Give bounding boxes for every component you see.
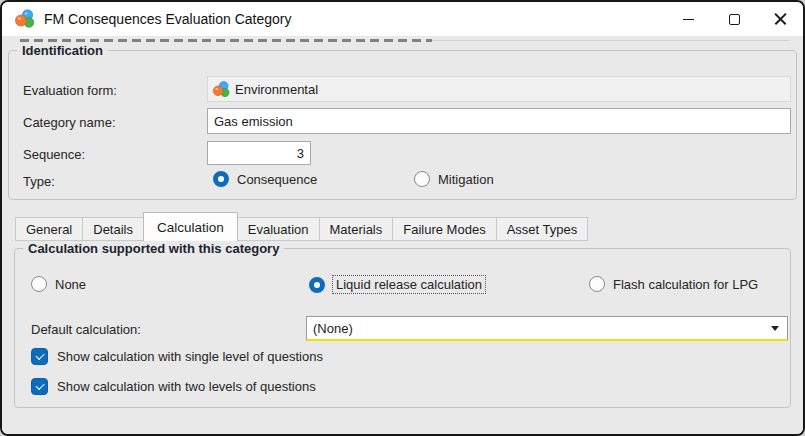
category-name-input[interactable] (207, 108, 791, 134)
type-radio-mitigation[interactable]: Mitigation (414, 171, 494, 187)
category-name-label: Category name: (23, 115, 116, 130)
clipped-header-remnant (2, 38, 803, 44)
evaluation-form-label: Evaluation form: (23, 83, 117, 98)
checkbox-two-levels[interactable]: Show calculation with two levels of ques… (31, 378, 316, 395)
app-icon (14, 8, 36, 30)
sequence-label: Sequence: (23, 147, 85, 162)
identification-groupbox: Identification Evaluation form: Environm… (8, 50, 797, 200)
chevron-down-icon (771, 326, 779, 331)
two-levels-label: Show calculation with two levels of ques… (57, 379, 316, 394)
tabstrip: General Details Calculation Evaluation M… (15, 212, 588, 241)
tab-materials[interactable]: Materials (320, 217, 394, 241)
checked-checkbox-icon (31, 378, 48, 395)
default-calculation-label: Default calculation: (31, 322, 141, 337)
radio-unselected-icon (589, 276, 605, 292)
check-icon (35, 351, 44, 360)
calc-flash-lpg-label: Flash calculation for LPG (613, 277, 758, 292)
tab-failure-modes[interactable]: Failure Modes (393, 217, 496, 241)
single-level-label: Show calculation with single level of qu… (57, 349, 323, 364)
evaluation-form-field: Environmental (207, 76, 791, 102)
calc-liquid-release-label: Liquid release calculation (333, 276, 485, 293)
tab-details[interactable]: Details (83, 217, 144, 241)
type-label: Type: (23, 174, 55, 189)
checkbox-single-level[interactable]: Show calculation with single level of qu… (31, 348, 323, 365)
default-calculation-value: (None) (313, 321, 353, 336)
calculation-group-legend: Calculation supported with this category (23, 241, 284, 256)
close-button[interactable] (757, 2, 803, 36)
close-icon (774, 13, 787, 26)
window-title: FM Consequences Evaluation Category (44, 11, 291, 27)
evaluation-form-value: Environmental (235, 82, 318, 97)
type-radio-consequence[interactable]: Consequence (213, 171, 317, 187)
minimize-button[interactable] (665, 2, 711, 36)
tab-general[interactable]: General (15, 217, 83, 241)
checked-checkbox-icon (31, 348, 48, 365)
window-controls (665, 2, 803, 36)
sequence-input[interactable] (207, 141, 311, 165)
sequence-field (207, 141, 791, 165)
calc-none-label: None (55, 277, 86, 292)
radio-unselected-icon (31, 276, 47, 292)
type-mitigation-label: Mitigation (438, 172, 494, 187)
category-name-field (207, 108, 791, 134)
calc-radio-flash-lpg[interactable]: Flash calculation for LPG (589, 276, 758, 292)
maximize-icon (729, 14, 740, 25)
calc-radio-liquid-release[interactable]: Liquid release calculation (309, 276, 485, 293)
calculation-groupbox: Calculation supported with this category… (14, 248, 791, 408)
default-calculation-combobox[interactable]: (None) (306, 316, 788, 341)
dialog-body: Identification Evaluation form: Environm… (2, 36, 803, 434)
maximize-button[interactable] (711, 2, 757, 36)
radio-selected-icon (309, 277, 325, 293)
type-consequence-label: Consequence (237, 172, 317, 187)
titlebar: FM Consequences Evaluation Category (2, 2, 803, 36)
check-icon (35, 381, 44, 390)
tab-evaluation[interactable]: Evaluation (238, 217, 320, 241)
radio-unselected-icon (414, 171, 430, 187)
identification-legend: Identification (17, 43, 108, 58)
tab-asset-types[interactable]: Asset Types (497, 217, 589, 241)
minimize-icon (683, 19, 694, 20)
radio-selected-icon (213, 171, 229, 187)
dialog-window: FM Consequences Evaluation Category Iden… (0, 0, 805, 436)
tab-calculation[interactable]: Calculation (143, 212, 238, 241)
environmental-icon (212, 80, 231, 99)
calc-radio-none[interactable]: None (31, 276, 86, 292)
